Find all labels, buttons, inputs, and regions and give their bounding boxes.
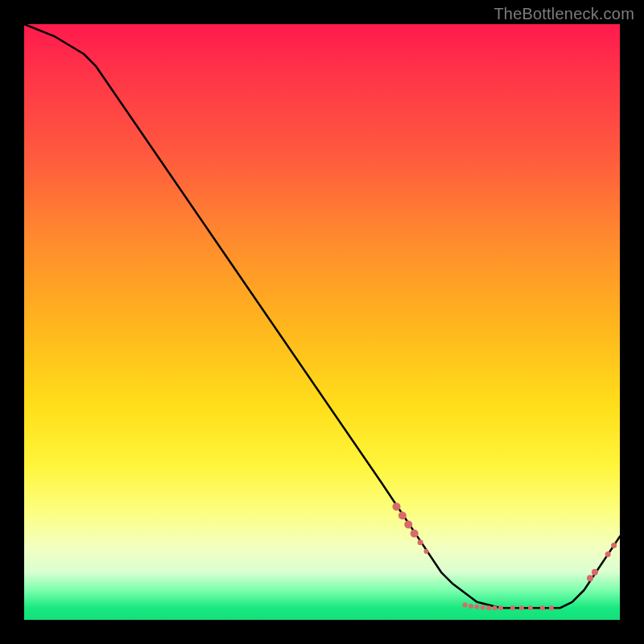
data-marker xyxy=(404,521,412,529)
watermark-text: TheBottleneck.com xyxy=(493,5,634,23)
data-marker xyxy=(469,604,473,609)
data-marker xyxy=(498,605,503,610)
data-marker xyxy=(587,575,593,581)
data-marker xyxy=(481,605,485,609)
data-marker xyxy=(486,605,491,610)
chart-container: TheBottleneck.com xyxy=(0,0,644,644)
data-marker xyxy=(493,605,497,610)
plot-area xyxy=(24,24,620,620)
data-marker xyxy=(611,543,617,548)
data-marker xyxy=(398,512,407,520)
data-marker xyxy=(592,569,598,576)
data-marker xyxy=(411,530,419,538)
data-marker xyxy=(605,551,611,557)
data-marker xyxy=(510,605,515,610)
data-marker xyxy=(528,605,533,610)
data-marker xyxy=(418,539,423,545)
curve-path xyxy=(24,24,620,608)
data-marker xyxy=(519,605,524,610)
data-marker xyxy=(549,605,554,610)
data-marker xyxy=(463,603,468,608)
data-marker xyxy=(393,502,401,510)
data-marker xyxy=(424,549,429,554)
data-marker xyxy=(540,605,545,610)
chart-svg xyxy=(24,24,620,620)
data-marker xyxy=(474,605,479,609)
